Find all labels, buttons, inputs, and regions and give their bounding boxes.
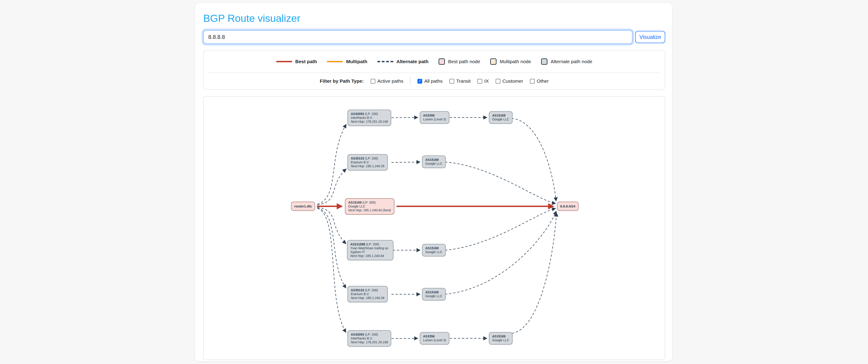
checkbox-customer[interactable]: [496, 79, 500, 84]
graph-node-as15169-row5: AS15169 Google LLC: [422, 288, 446, 301]
filter-active-paths[interactable]: Active paths: [371, 78, 403, 84]
edge-router-as35133b: [317, 208, 346, 288]
graph-node-as42093-bottom: AS42093 (LP: 200) InterRacks B.V. Next H…: [347, 330, 391, 347]
legend-label: Multipath node: [500, 59, 531, 64]
edge-as15169r4-dest: [445, 208, 556, 250]
graph-node-router: router1.dtc: [291, 202, 315, 211]
edge-as15169r6-dest: [512, 213, 557, 333]
graph-node-as42093-top: AS42093 (LP: 200) InterRacks B.V. Next H…: [347, 109, 391, 126]
edge-as35133a-as15169: [392, 162, 420, 162]
legend-row: Best path Multipath Alternate path Best …: [204, 51, 665, 72]
edge-router-as35133a: [317, 169, 346, 205]
legend-multipath-node: Multipath node: [490, 58, 531, 65]
alternate-path-node-swatch: [541, 58, 548, 65]
filter-all-paths[interactable]: All paths: [417, 78, 443, 84]
filter-customer[interactable]: Customer: [496, 78, 523, 84]
checkbox-ix[interactable]: [477, 79, 482, 84]
filter-option-label: Active paths: [377, 78, 403, 84]
best-path-line-swatch: [276, 61, 292, 62]
checkbox-transit[interactable]: [450, 79, 454, 84]
legend-filter-box: Best path Multipath Alternate path Best …: [203, 50, 665, 90]
legend-multipath: Multipath: [327, 59, 367, 64]
graph-node-as15169-row6: AS15169 Google LLC: [489, 332, 513, 345]
edge-router-as42093b: [317, 208, 346, 332]
filter-other[interactable]: Other: [530, 78, 549, 84]
page-title: BGP Route visualizer: [203, 12, 665, 24]
filter-ix[interactable]: IX: [477, 78, 489, 84]
search-row: Visualize: [203, 30, 665, 44]
legend-label: Best path: [295, 59, 317, 64]
legend-label: Alternate path node: [551, 59, 592, 64]
main-card: BGP Route visualizer Visualize Best path…: [195, 3, 672, 361]
edge-as15169r1-dest: [512, 119, 556, 201]
graph-node-as15169-row1: AS15169 Google LLC: [489, 111, 513, 124]
checkbox-active-paths[interactable]: [371, 79, 375, 84]
edge-as15169r5-dest: [445, 211, 556, 294]
edge-as42093a-as3356a: [392, 118, 418, 118]
graph-node-as15169-row2: AS15169 Google LLC: [422, 156, 446, 168]
legend-alternate-path-node: Alternate path node: [541, 58, 592, 65]
graph-node-as3356-bottom: AS3356 Lumen (Level 3): [420, 332, 450, 345]
checkbox-all-paths[interactable]: [417, 79, 422, 84]
filter-label: Filter by Path Type:: [320, 78, 364, 84]
best-path-node-swatch: [438, 58, 445, 65]
filter-option-label: Transit: [456, 78, 471, 84]
legend-best-path-node: Best path node: [438, 58, 480, 65]
legend-label: Best path node: [448, 59, 480, 64]
router-label: router1.dtc: [294, 204, 312, 208]
legend-label: Alternate path: [397, 59, 429, 64]
filter-option-label: Other: [537, 78, 549, 84]
graph-node-as15169-row4: AS15169 Google LLC: [422, 244, 446, 257]
edges-layer: [204, 97, 665, 360]
filter-transit[interactable]: Transit: [450, 78, 471, 84]
checkbox-other[interactable]: [530, 79, 535, 84]
legend-label: Multipath: [346, 59, 367, 64]
edge-router-as211588: [317, 207, 346, 244]
edge-router-as42093a: [317, 124, 346, 204]
destination-label: 8.8.8.0/24: [560, 204, 576, 208]
route-graph-panel: router1.dtc 8.8.8.0/24 AS42093 (LP: 200)…: [203, 96, 665, 360]
legend-best-path: Best path: [276, 59, 317, 64]
filter-option-label: IX: [484, 78, 489, 84]
prefix-input[interactable]: [203, 30, 632, 44]
edge-as15169r2-dest: [445, 162, 556, 204]
filter-option-label: Customer: [502, 78, 523, 84]
multipath-node-swatch: [490, 58, 497, 65]
graph-node-as15169-best: AS15169 (LP: 300) Google LLC Next Hop: 1…: [345, 198, 395, 215]
filter-option-label: All paths: [424, 78, 443, 84]
filter-row: Filter by Path Type: Active paths All pa…: [204, 73, 665, 89]
alternate-path-line-swatch: [377, 61, 393, 62]
graph-node-as35133-row2: AS35133 (LP: 200) Eranium B.V. Next Hop:…: [347, 154, 388, 171]
graph-node-destination: 8.8.8.0/24: [557, 202, 579, 211]
filter-divider: [410, 77, 411, 85]
multipath-line-swatch: [327, 61, 343, 62]
legend-alternate-path: Alternate path: [377, 59, 429, 64]
visualize-button[interactable]: Visualize: [635, 31, 665, 43]
graph-node-as3356-top: AS3356 Lumen (Level 3): [420, 111, 450, 124]
graph-node-as211588: AS211588 (LP: 200) Yvan Watchman trading…: [347, 240, 394, 260]
graph-node-as35133-row5: AS35133 (LP: 200) Eranium B.V. Next Hop:…: [347, 286, 388, 302]
